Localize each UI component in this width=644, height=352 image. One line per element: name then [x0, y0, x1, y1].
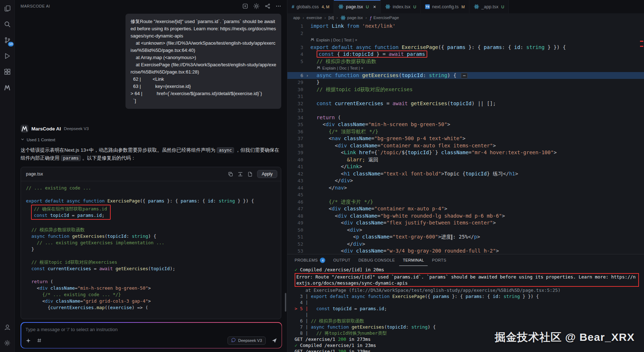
code-line-2[interactable]: 2: [287, 30, 644, 37]
code-line-49[interactable]: 49 <div className="flex justify-between …: [287, 219, 644, 227]
chat-input[interactable]: [26, 327, 277, 332]
panel-tab-output[interactable]: OUTPUT: [330, 254, 354, 266]
code-line-35[interactable]: 35 <div className="min-h-screen bg-green…: [287, 121, 644, 128]
panel-tab-terminal[interactable]: TERMINAL: [399, 254, 428, 266]
terminal-line: 6 | // 模拟异步数据获取函数: [295, 318, 641, 324]
context-hash-icon[interactable]: [37, 338, 42, 343]
breadcrumb-item-[id][interactable]: [id]: [328, 15, 334, 20]
chat-code-line: {/* ... existing code ... */}: [26, 291, 276, 298]
tab-next.config.ts[interactable]: TSnext.config.tsM: [421, 0, 469, 13]
skills-sparkle-icon[interactable]: [26, 338, 31, 343]
code-line-51[interactable]: 51 <p className="text-gray-600">进度: 25%<…: [287, 233, 644, 241]
tab-_app.tsx[interactable]: _app.tsxU: [469, 0, 509, 13]
code-line-41[interactable]: 41 </Link>: [287, 163, 644, 170]
code-line-3[interactable]: 3export default async function ExerciseP…: [287, 44, 644, 51]
used-context-toggle[interactable]: Used 1 Context: [21, 137, 281, 142]
code-line-50[interactable]: 50 <div>: [287, 227, 644, 234]
panel-tab-label: TERMINAL: [403, 258, 424, 262]
tab-page.tsx[interactable]: page.tsxU×: [334, 0, 380, 13]
tab-status-marker: U: [501, 5, 504, 9]
breadcrumb-item-ExercisePage[interactable]: ƒExercisePage: [369, 15, 399, 21]
panel-tab-ports[interactable]: PORTS: [428, 254, 450, 266]
terminal-line: at ExercisePage (file://D%3A/workSpace/t…: [295, 287, 641, 293]
line-number: 44: [287, 184, 310, 192]
code-line-32[interactable]: 32 const currentExercises = await getExe…: [287, 100, 644, 107]
search-icon[interactable]: [3, 19, 12, 29]
send-icon[interactable]: [272, 338, 277, 343]
terminal-line: > 5 | const topicId = params.id;: [295, 306, 641, 312]
codelens-label[interactable]: Explain | Doc | Test | ×: [316, 37, 357, 44]
tab-globals.css[interactable]: #globals.css4, M: [287, 0, 334, 13]
code-line-36[interactable]: 36 {/* 顶部导航栏 */}: [287, 128, 644, 135]
more-icon[interactable]: [275, 3, 281, 9]
code-line-content: [310, 107, 644, 114]
marscode-icon[interactable]: [3, 83, 12, 92]
chat-scrollbar[interactable]: [285, 293, 286, 312]
code-line-52[interactable]: 52 </div>: [287, 241, 644, 248]
run-debug-icon[interactable]: [3, 51, 12, 61]
typescript-icon: TS: [425, 4, 430, 9]
code-line-42[interactable]: 42 <h1 className="text-xl font-bold">Top…: [287, 170, 644, 178]
code-card-actions: Apply: [228, 170, 277, 178]
line-number: 6›: [287, 72, 310, 79]
apply-button[interactable]: Apply: [257, 170, 277, 178]
code-line-30[interactable]: 30 // 根据topic id获取对应的exercises: [287, 86, 644, 93]
code-line-content: // 根据topic id获取对应的exercises: [310, 86, 644, 93]
source-control-icon[interactable]: 10: [3, 35, 12, 45]
account-icon[interactable]: [3, 322, 12, 332]
code-line-40[interactable]: 40 &larr; 返回: [287, 156, 644, 164]
editor-area: #globals.css4, Mpage.tsxU×index.tsxUTSne…: [287, 0, 644, 352]
codelens-label[interactable]: Explain | Doc | Test | ×: [322, 65, 363, 72]
code-line-1[interactable]: 1import Link from 'next/link': [287, 23, 644, 30]
code-line-29[interactable]: 29 }: [287, 79, 644, 86]
code-line-45[interactable]: 45: [287, 191, 644, 199]
code-line-5[interactable]: 5 // 模拟异步数据获取函数: [287, 58, 644, 65]
insert-icon[interactable]: [238, 171, 243, 177]
model-selector[interactable]: Deepseek V3: [228, 337, 265, 345]
tab-status-marker: M: [462, 5, 465, 9]
problems-badge: 4: [320, 258, 325, 263]
codelens-row[interactable]: Explain | Doc | Test | ×: [287, 65, 644, 72]
settings-icon[interactable]: [253, 3, 260, 9]
code-line-38[interactable]: 38 <div className="container mx-auto fle…: [287, 142, 644, 150]
code-line-content: &larr; 返回: [310, 156, 644, 164]
panel-tab-label: DEBUG CONSOLE: [358, 258, 395, 262]
code-line-4[interactable]: 4 const { id:topicId } = await params: [287, 51, 644, 58]
code-line-46[interactable]: 46 {/* 进度卡片 */}: [287, 199, 644, 206]
code-line-content: const currentExercises = await getExerci…: [310, 100, 644, 107]
settings-icon[interactable]: [3, 338, 12, 348]
code-line-31[interactable]: 31: [287, 93, 644, 100]
code-line-33[interactable]: 33: [287, 107, 644, 114]
overview-ruler[interactable]: [639, 22, 644, 254]
code-line-48[interactable]: 48 <div className="bg-white rounded-lg s…: [287, 213, 644, 220]
new-chat-icon[interactable]: [242, 3, 248, 9]
extensions-icon[interactable]: [3, 67, 12, 76]
copy-icon[interactable]: [228, 171, 233, 177]
code-line-37[interactable]: 37 <nav className="bg-green-500 p-4 text…: [287, 135, 644, 142]
panel-tab-problems[interactable]: PROBLEMS4: [291, 254, 329, 266]
line-number: 53: [287, 248, 310, 254]
user-message-line: 63 | key={exercise.id}: [131, 83, 276, 90]
code-line-44[interactable]: 44 </nav>: [287, 184, 644, 192]
code-line-6[interactable]: 6› async function getExercises(topicId: …: [287, 72, 644, 79]
close-icon[interactable]: ×: [373, 4, 376, 10]
tab-index.tsx[interactable]: index.tsxU: [381, 0, 421, 13]
breadcrumb-item-page.tsx[interactable]: page.tsx: [340, 15, 363, 21]
breadcrumb-item-exercise[interactable]: exercise: [306, 15, 322, 20]
new-file-icon[interactable]: [247, 171, 253, 177]
code-line-47[interactable]: 47 <div className="container mx-auto p-4…: [287, 205, 644, 213]
share-icon[interactable]: [265, 3, 270, 9]
code-line-53[interactable]: 53 <div className="w-3/4 bg-gray-200 rou…: [287, 248, 644, 254]
fold-chevron-icon[interactable]: ›: [306, 72, 309, 79]
explorer-icon[interactable]: [3, 4, 12, 13]
code-line-39[interactable]: 39 <Link href={`/topic/${topicId}`} clas…: [287, 149, 644, 156]
assistant-model-label: Deepseek V3: [64, 126, 89, 131]
code-line-43[interactable]: 43 </div>: [287, 177, 644, 184]
code-line-34[interactable]: 34 return (: [287, 114, 644, 121]
code-editor[interactable]: 1import Link from 'next/link'2Explain | …: [287, 22, 644, 254]
panel-tab-debug-console[interactable]: DEBUG CONSOLE: [355, 254, 398, 266]
vscode-window: 10 MARSCODE AI 修复Route "/exercise/[id]" …: [0, 0, 644, 352]
breadcrumb-item-app[interactable]: app: [293, 15, 300, 20]
codelens-row[interactable]: Explain | Doc | Test | ×: [287, 37, 644, 44]
terminal-line: ✓ Compiled /exercise/[id] in 20ms: [295, 267, 641, 273]
